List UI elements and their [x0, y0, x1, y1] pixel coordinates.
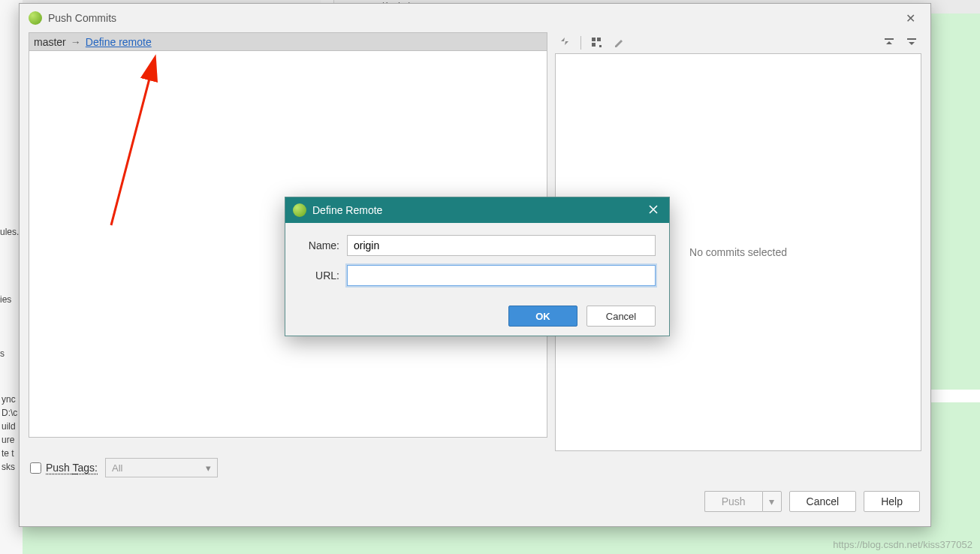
define-remote-titlebar[interactable]: Define Remote	[285, 197, 669, 223]
push-dialog-titlebar[interactable]: Push Commits ✕	[20, 4, 930, 32]
collapse-all-icon[interactable]	[882, 37, 896, 49]
arrow-icon: →	[71, 36, 81, 48]
push-button-dropdown[interactable]: ▾	[762, 491, 782, 512]
define-remote-buttons: OK Cancel	[285, 303, 669, 327]
svg-rect-3	[599, 45, 602, 47]
define-remote-body: Name: URL:	[285, 223, 669, 303]
push-footer-buttons: Push ▾ Cancel Help	[20, 484, 930, 519]
commits-toolbar	[555, 32, 921, 53]
push-tags-combo[interactable]: All ▾	[105, 458, 218, 477]
android-studio-icon	[293, 203, 306, 217]
url-label: URL:	[299, 269, 347, 282]
branch-name: master	[34, 36, 66, 48]
expand-all-icon[interactable]	[905, 37, 918, 49]
name-label: Name:	[299, 239, 347, 251]
push-dialog-title: Push Commits	[48, 12, 116, 24]
android-studio-icon	[29, 11, 42, 25]
url-input[interactable]	[347, 265, 656, 286]
chevron-down-icon: ▾	[206, 462, 211, 474]
svg-rect-2	[592, 43, 596, 47]
close-icon[interactable]	[645, 201, 662, 220]
svg-rect-4	[885, 38, 894, 40]
name-row: Name:	[299, 235, 656, 256]
svg-rect-1	[597, 38, 601, 41]
push-tags-checkbox-label[interactable]: Push Tags:	[30, 462, 98, 474]
watermark-text: https://blog.csdn.net/kiss377052	[833, 539, 972, 550]
push-footer-options: Push Tags: All ▾	[20, 451, 930, 484]
cancel-button[interactable]: Cancel	[789, 491, 857, 512]
cancel-button[interactable]: Cancel	[586, 306, 656, 327]
url-row: URL:	[299, 265, 656, 286]
push-button[interactable]: Push	[704, 491, 762, 512]
no-commits-label: No commits selected	[689, 246, 787, 258]
define-remote-title: Define Remote	[312, 204, 382, 216]
ok-button[interactable]: OK	[508, 306, 577, 327]
toolbar-separator	[580, 36, 581, 50]
branch-header-row[interactable]: master → Define remote	[29, 33, 547, 51]
push-tags-checkbox[interactable]	[30, 462, 41, 474]
svg-rect-0	[592, 38, 596, 41]
grid-icon[interactable]	[590, 37, 604, 49]
define-remote-dialog: Define Remote Name: URL: OK Cancel	[285, 197, 670, 336]
cherry-pick-icon[interactable]	[558, 37, 571, 49]
help-button[interactable]: Help	[864, 491, 920, 512]
edit-icon[interactable]	[613, 37, 626, 49]
push-tags-combo-value: All	[112, 462, 122, 474]
push-tags-text: Push Tags:	[46, 462, 98, 474]
define-remote-link[interactable]: Define remote	[86, 36, 152, 48]
push-button-group: Push ▾	[704, 491, 782, 512]
svg-rect-5	[907, 38, 916, 40]
name-input[interactable]	[347, 235, 656, 256]
close-icon[interactable]: ✕	[900, 8, 921, 29]
